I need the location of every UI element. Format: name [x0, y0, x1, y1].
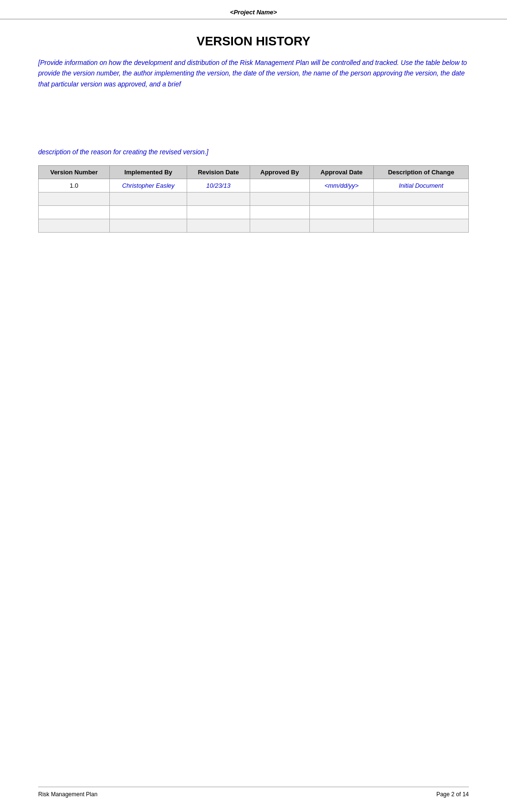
col-header-revision-date: Revision Date [187, 165, 250, 179]
footer: Risk Management Plan Page 2 of 14 [38, 787, 469, 798]
footer-left: Risk Management Plan [38, 791, 97, 798]
cell-description [374, 192, 469, 205]
version-history-table: Version Number Implemented By Revision D… [38, 165, 469, 233]
cell-version-number [39, 219, 110, 232]
cell-approval-date [309, 192, 373, 205]
header-line: <Project Name> [38, 9, 469, 16]
table-row [39, 219, 469, 232]
col-header-approved-by: Approved By [250, 165, 309, 179]
cell-approval-date [309, 205, 373, 219]
footer-right: Page 2 of 14 [436, 791, 469, 798]
cell-version-number [39, 205, 110, 219]
cell-approval-date [309, 219, 373, 232]
cell-approved-by [250, 205, 309, 219]
cell-version-number [39, 192, 110, 205]
cell-approved-by [250, 219, 309, 232]
cell-revision-date: 10/23/13 [187, 179, 250, 192]
page: <Project Name> VERSION HISTORY [Provide … [0, 0, 507, 812]
table-row [39, 192, 469, 205]
cell-approved-by [250, 179, 309, 192]
col-header-implemented-by: Implemented By [110, 165, 187, 179]
col-header-version-number: Version Number [39, 165, 110, 179]
cell-revision-date [187, 205, 250, 219]
cell-revision-date [187, 219, 250, 232]
page-title: VERSION HISTORY [38, 34, 469, 49]
cell-description: Initial Document [374, 179, 469, 192]
cell-description [374, 205, 469, 219]
cell-implemented-by [110, 219, 187, 232]
cell-implemented-by [110, 192, 187, 205]
main-content: VERSION HISTORY [Provide information on … [0, 20, 507, 233]
instruction-part2: description of the reason for creating t… [38, 147, 469, 157]
cell-implemented-by [110, 205, 187, 219]
table-header-row: Version Number Implemented By Revision D… [39, 165, 469, 179]
table-row [39, 205, 469, 219]
col-header-approval-date: Approval Date [309, 165, 373, 179]
col-header-description: Description of Change [374, 165, 469, 179]
project-name: <Project Name> [230, 9, 277, 16]
cell-revision-date [187, 192, 250, 205]
table-row: 1.0Christopher Easley10/23/13<mm/dd/yy>I… [39, 179, 469, 192]
cell-approval-date: <mm/dd/yy> [309, 179, 373, 192]
header: <Project Name> [0, 0, 507, 20]
cell-implemented-by: Christopher Easley [110, 179, 187, 192]
cell-description [374, 219, 469, 232]
cell-approved-by [250, 192, 309, 205]
instruction-part1: [Provide information on how the developm… [38, 57, 469, 89]
cell-version-number: 1.0 [39, 179, 110, 192]
